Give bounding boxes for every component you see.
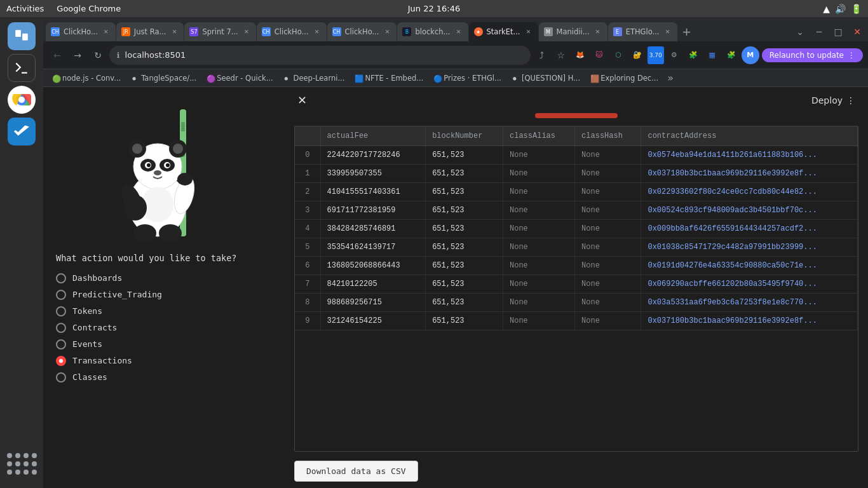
refresh-button[interactable]: ↻	[89, 46, 107, 64]
radio-circle-predictive	[56, 290, 66, 300]
datetime: Jun 22 16:46	[408, 4, 461, 13]
back-button[interactable]: ←	[48, 46, 66, 64]
wifi-icon: ▲	[823, 4, 830, 14]
tab-clickho-2[interactable]: CH ClickHo... ✕	[257, 22, 327, 41]
tab-close-7[interactable]: ✕	[524, 27, 533, 36]
cell-classHash: None	[575, 220, 641, 238]
tab-close-1[interactable]: ✕	[102, 27, 111, 36]
table-row: 7 84210122205 651,523 None None 0x069290…	[295, 275, 858, 294]
page-content: What action would you like to take? Dash…	[43, 87, 868, 488]
new-tab-button[interactable]: +	[678, 22, 696, 40]
ext-icon-5[interactable]: ⚙	[665, 46, 683, 64]
tab-close-8[interactable]: ✕	[593, 27, 602, 36]
bookmark-seedr[interactable]: 🟣 Seedr - Quick...	[203, 72, 276, 84]
tab-close-5[interactable]: ✕	[383, 27, 391, 36]
radio-option-transactions[interactable]: Transactions	[56, 356, 272, 366]
cell-blockNumber: 651,523	[426, 183, 503, 201]
tab-sprint7[interactable]: S7 Sprint 7... ✕	[184, 22, 255, 41]
ext-icon-8[interactable]: 🧩	[722, 46, 740, 64]
bookmark-question[interactable]: ⚫ [QUESTION] H...	[508, 72, 584, 84]
panel-close-button[interactable]: ✕	[297, 93, 307, 107]
ext-icon-4[interactable]: 🔐	[628, 46, 646, 64]
close-button[interactable]: ✕	[849, 24, 865, 40]
tab-close-9[interactable]: ✕	[663, 27, 672, 36]
download-csv-button[interactable]: Download data as CSV	[294, 461, 418, 482]
relaunch-button[interactable]: Relaunch to update ⋮	[762, 48, 863, 62]
right-panel: ✕ Deploy ⋮ actualFee blockNumber	[285, 87, 868, 488]
tab-starkex[interactable]: ★ StarkEt... ✕	[469, 22, 538, 41]
browser-window: CH ClickHo... ✕ JR Just Ra... ✕ S7 Sprin…	[43, 17, 868, 488]
tab-label-2: Just Ra...	[134, 27, 166, 36]
tab-clickho-1[interactable]: CH ClickHo... ✕	[46, 22, 116, 41]
ext-icon-3[interactable]: ⬡	[609, 46, 627, 64]
cell-classHash: None	[575, 201, 641, 220]
cell-contractAddress: 0x00524c893cf948009adc3b4501bbf70c...	[641, 201, 858, 220]
relaunch-menu-icon: ⋮	[848, 51, 855, 60]
bookmark-label-4: Deep-Learni...	[294, 74, 345, 83]
radio-option-events[interactable]: Events	[56, 339, 272, 349]
dock-item-files[interactable]	[8, 22, 36, 50]
ext-badge-3.70[interactable]: 3.70	[648, 46, 664, 64]
bookmarks-more[interactable]: »	[667, 72, 674, 84]
bookmark-deep[interactable]: ⚫ Deep-Learni...	[280, 72, 349, 84]
dock-item-terminal[interactable]	[8, 54, 36, 82]
cell-contractAddress: 0x01038c85471729c4482a97991bb23999...	[641, 238, 858, 257]
radio-option-tokens[interactable]: Tokens	[56, 306, 272, 316]
bookmark-nodejs[interactable]: 🟢 node.js - Conv...	[48, 72, 125, 84]
svg-point-23	[154, 170, 161, 175]
ext-icon-1[interactable]: 🦊	[571, 46, 589, 64]
bookmark-exploring[interactable]: 🟫 Exploring Dec...	[587, 72, 662, 84]
cell-idx: 0	[295, 146, 320, 165]
ext-icon-7[interactable]: ▦	[703, 46, 721, 64]
maximize-button[interactable]: □	[830, 24, 846, 40]
tab-close-4[interactable]: ✕	[313, 27, 322, 36]
tab-justrack[interactable]: JR Just Ra... ✕	[116, 22, 184, 41]
tab-favicon-2: JR	[121, 27, 130, 36]
radio-option-contracts[interactable]: Contracts	[56, 323, 272, 333]
deploy-button[interactable]: Deploy ⋮	[811, 95, 855, 105]
cell-contractAddress: 0x009bb8af6426f65591644344257acdf2...	[641, 220, 858, 238]
tab-close-6[interactable]: ✕	[454, 27, 463, 36]
bookmark-tangle[interactable]: ⚫ TangleSpace/...	[127, 72, 200, 84]
tab-ethglo[interactable]: E ETHGlo... ✕	[608, 22, 677, 41]
tab-manidii[interactable]: M Manidii... ✕	[539, 22, 607, 41]
dock-item-vscode[interactable]	[8, 118, 36, 146]
right-top-bar: ✕ Deploy ⋮	[294, 93, 858, 107]
radio-option-dashboards[interactable]: Dashboards	[56, 273, 272, 283]
tab-close-3[interactable]: ✕	[242, 27, 251, 36]
data-table: actualFee blockNumber classAlias classHa…	[295, 126, 858, 330]
cell-classAlias: None	[503, 146, 575, 165]
radio-option-classes[interactable]: Classes	[56, 372, 272, 383]
cell-idx: 1	[295, 165, 320, 183]
col-header-idx	[295, 126, 320, 146]
minimize-button[interactable]: ─	[811, 24, 827, 40]
bookmark-prizes[interactable]: 🔵 Prizes · ETHGl...	[430, 72, 505, 84]
panda-illustration	[116, 103, 212, 243]
bookmark-favicon-1: 🟢	[52, 74, 60, 82]
share-icon[interactable]: ⤴	[533, 46, 551, 64]
tab-close-2[interactable]: ✕	[170, 27, 179, 36]
radio-circle-classes	[56, 372, 66, 383]
tab-label-6: blockch...	[415, 27, 450, 36]
bookmark-icon[interactable]: ☆	[552, 46, 570, 64]
active-app-label: Google Chrome	[57, 4, 121, 13]
bookmark-favicon-7: ⚫	[512, 74, 519, 82]
dock-item-apps[interactable]	[8, 454, 36, 482]
tab-clickho-3[interactable]: CH ClickHo... ✕	[327, 22, 397, 41]
cell-contractAddress: 0x069290acbffe661202b80a35495f9740...	[641, 275, 858, 294]
tab-list-button[interactable]: ⌄	[792, 24, 808, 40]
activities-label[interactable]: Activities	[6, 4, 44, 13]
cell-classHash: None	[575, 165, 641, 183]
profile-icon[interactable]: M	[742, 46, 759, 64]
radio-option-predictive[interactable]: Predictive_Trading	[56, 290, 272, 300]
tab-blockch[interactable]: B blockch... ✕	[397, 22, 468, 41]
ext-icon-2[interactable]: 🐱	[590, 46, 608, 64]
svg-rect-0	[15, 30, 21, 37]
address-bar[interactable]: ℹ localhost:8501	[109, 46, 531, 65]
forward-button[interactable]: →	[69, 46, 86, 64]
dock-item-chrome[interactable]	[8, 86, 36, 114]
bookmark-nfte[interactable]: 🟦 NFTE - Embed...	[351, 72, 427, 84]
cell-idx: 3	[295, 201, 320, 220]
svg-point-16	[173, 144, 183, 154]
ext-icon-6[interactable]: 🧩	[684, 46, 702, 64]
